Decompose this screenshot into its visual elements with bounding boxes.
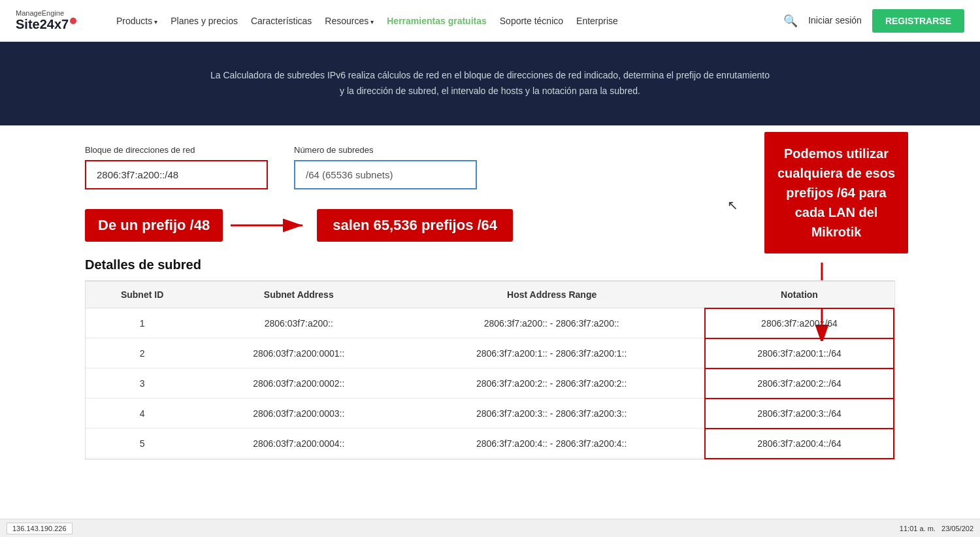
col-host-range: Host Address Range — [399, 281, 705, 308]
cell-notation: 2806:3f7:a200:1::/64 — [705, 338, 894, 368]
cell-id: 4 — [86, 399, 199, 429]
subnet-count-input[interactable] — [294, 160, 477, 189]
cell-id: 3 — [86, 368, 199, 399]
col-subnet-address: Subnet Address — [199, 281, 399, 308]
table-header-row: Subnet ID Subnet Address Host Address Ra… — [86, 281, 894, 308]
cell-id: 2 — [86, 338, 199, 368]
cell-subnet: 2806:03f7:a200:: — [199, 308, 399, 338]
cell-id: 1 — [86, 308, 199, 338]
cell-range: 2806:3f7:a200:: - 2806:3f7:a200:: — [399, 308, 705, 338]
prefix-callout: De un prefijo /48 — [85, 209, 223, 242]
cell-subnet: 2806:03f7:a200:0003:: — [199, 399, 399, 429]
cell-range: 2806:3f7:a200:3:: - 2806:3f7:a200:3:: — [399, 399, 705, 429]
register-button[interactable]: REGISTRARSE — [872, 9, 964, 33]
nav-actions: 🔍 Iniciar sesión REGISTRARSE — [783, 9, 964, 33]
table-title: Detalles de subred — [85, 257, 895, 272]
cell-notation: 2806:3f7:a200::/64 — [705, 308, 894, 338]
nav-enterprise[interactable]: Enterprise — [576, 16, 618, 26]
cell-range: 2806:3f7:a200:4:: - 2806:3f7:a200:4:: — [399, 429, 705, 459]
cell-subnet: 2806:03f7:a200:0001:: — [199, 338, 399, 368]
cell-range: 2806:3f7:a200:2:: - 2806:3f7:a200:2:: — [399, 368, 705, 399]
table-row: 4 2806:03f7:a200:0003:: 2806:3f7:a200:3:… — [86, 399, 894, 429]
table-row: 5 2806:03f7:a200:0004:: 2806:3f7:a200:4:… — [86, 429, 894, 459]
cell-id: 5 — [86, 429, 199, 459]
cell-notation: 2806:3f7:a200:3::/64 — [705, 399, 894, 429]
table-row: 1 2806:03f7:a200:: 2806:3f7:a200:: - 280… — [86, 308, 894, 338]
search-button[interactable]: 🔍 — [783, 14, 798, 28]
cell-notation: 2806:3f7:a200:2::/64 — [705, 368, 894, 399]
hero-description: La Calculadora de subredes IPv6 realiza … — [209, 68, 771, 99]
navbar: ManageEngine Site24x7 Products▾ Planes y… — [0, 0, 980, 42]
table-row: 2 2806:03f7:a200:0001:: 2806:3f7:a200:1:… — [86, 338, 894, 368]
cell-subnet: 2806:03f7:a200:0004:: — [199, 429, 399, 459]
nav-products[interactable]: Products▾ — [116, 16, 157, 26]
nav-herramientas[interactable]: Herramientas gratuitas — [387, 16, 487, 26]
nav-resources[interactable]: Resources▾ — [325, 16, 374, 26]
col-subnet-id: Subnet ID — [86, 281, 199, 308]
network-block-label: Bloque de direcciones de red — [85, 145, 268, 155]
network-block-input[interactable] — [85, 160, 268, 189]
main-content: Podemos utilizar cualquiera de esos pref… — [33, 125, 947, 480]
cell-notation: 2806:3f7:a200:4::/64 — [705, 429, 894, 459]
logo[interactable]: ManageEngine Site24x7 — [16, 9, 101, 33]
arrow-right-icon — [231, 216, 309, 235]
table-section: Detalles de subred Subnet ID Subnet Addr… — [85, 257, 895, 460]
subnets-callout: salen 65,536 prefijos /64 — [317, 209, 513, 242]
subnet-count-label: Número de subredes — [294, 145, 477, 155]
col-notation: Notation — [705, 281, 894, 308]
login-link[interactable]: Iniciar sesión — [808, 15, 862, 26]
tooltip-box: Podemos utilizar cualquiera de esos pref… — [764, 132, 908, 253]
logo-dot-icon — [70, 18, 76, 24]
nav-links: Products▾ Planes y precios Característic… — [116, 16, 768, 26]
subnet-table: Subnet ID Subnet Address Host Address Ra… — [86, 281, 894, 459]
cursor-indicator: ↖ — [727, 197, 738, 213]
subnet-count-group: Número de subredes — [294, 145, 477, 189]
cell-subnet: 2806:03f7:a200:0002:: — [199, 368, 399, 399]
logo-top: ManageEngine — [16, 9, 101, 18]
logo-bottom: Site24x7 — [16, 17, 101, 32]
network-block-group: Bloque de direcciones de red — [85, 145, 268, 189]
content-wrapper: Podemos utilizar cualquiera de esos pref… — [85, 145, 895, 460]
cell-range: 2806:3f7:a200:1:: - 2806:3f7:a200:1:: — [399, 338, 705, 368]
nav-planes[interactable]: Planes y precios — [171, 16, 238, 26]
hero-section: La Calculadora de subredes IPv6 realiza … — [0, 42, 980, 125]
nav-caracteristicas[interactable]: Características — [251, 16, 312, 26]
nav-soporte[interactable]: Soporte técnico — [500, 16, 563, 26]
table-wrapper[interactable]: Subnet ID Subnet Address Host Address Ra… — [85, 280, 895, 460]
table-row: 3 2806:03f7:a200:0002:: 2806:3f7:a200:2:… — [86, 368, 894, 399]
